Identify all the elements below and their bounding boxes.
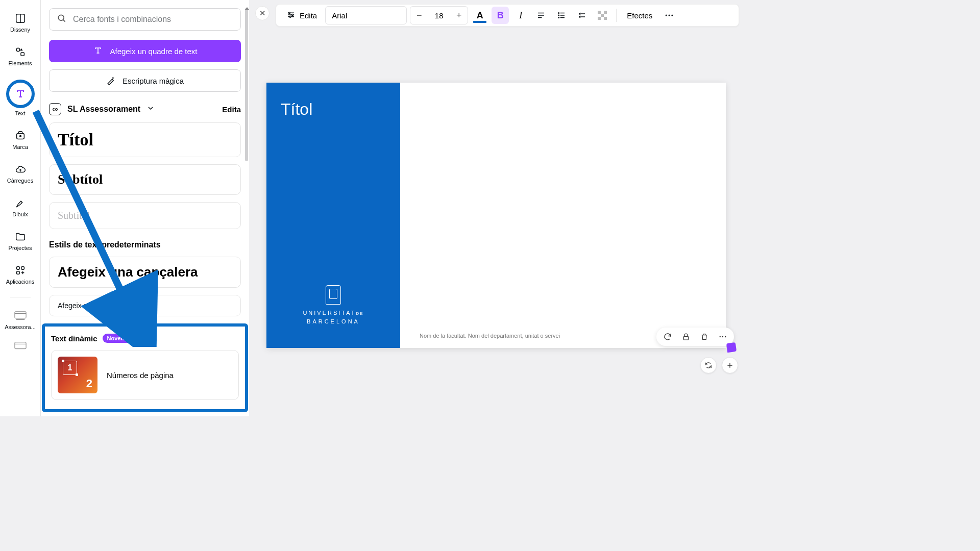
scrollbar-thumb[interactable] (245, 8, 248, 161)
magic-label: Escriptura màgica (122, 77, 184, 85)
spacing-button[interactable] (573, 7, 591, 24)
scroll-up-icon (244, 7, 249, 10)
university-logo-block: UNIVERSITATDE BARCELONA (281, 285, 386, 331)
effects-button[interactable]: Efectes (622, 7, 657, 24)
left-rail: Disseny Elements Text Marca Càrregues Di… (0, 0, 41, 416)
rail-label: Assessora... (5, 324, 36, 330)
text-icon (93, 45, 103, 57)
cloud-upload-icon (14, 163, 27, 176)
rail-uploads[interactable]: Càrregues (0, 160, 40, 187)
svg-point-28 (720, 336, 721, 337)
page-more-button[interactable] (717, 331, 729, 343)
brand-edit-link[interactable]: Edita (222, 105, 241, 114)
svg-rect-7 (16, 271, 19, 274)
font-search-input[interactable] (73, 15, 233, 24)
page-left-panel: Títol UNIVERSITATDE BARCELONA (266, 83, 400, 348)
rail-label: Dibuix (12, 211, 28, 217)
svg-point-13 (292, 14, 293, 15)
font-search[interactable] (49, 8, 241, 31)
header-preset-text: Afegeix una capçalera (58, 264, 232, 280)
thumb-num1: 1 (63, 361, 77, 375)
rail-assessora[interactable]: Assessora... (0, 307, 40, 333)
lock-button[interactable] (680, 331, 692, 343)
comment-icon[interactable] (726, 342, 737, 353)
brand-chip-icon: co (49, 103, 61, 115)
list-button[interactable] (553, 7, 570, 24)
style-subtitle-card[interactable]: Subtítol (49, 164, 241, 195)
add-text-label: Afegeix un quadre de text (110, 47, 198, 56)
text-icon (14, 88, 27, 100)
svg-point-30 (725, 336, 726, 337)
rail-projects[interactable]: Projectes (0, 228, 40, 254)
more-button[interactable] (660, 7, 678, 24)
size-decrease-button[interactable]: − (410, 7, 428, 24)
dynamic-text-title: Text dinàmic (51, 334, 97, 343)
university-name: UNIVERSITATDE BARCELONA (303, 309, 363, 325)
font-size-stepper: − 18 + (410, 6, 468, 24)
rail-extra[interactable] (0, 337, 40, 356)
design-page[interactable]: Títol UNIVERSITATDE BARCELONA Nom de la … (266, 83, 726, 348)
page-footer-text[interactable]: Nom de la facultat. Nom del departament,… (420, 333, 560, 339)
crest-icon (326, 285, 341, 305)
panel-scrollbar[interactable] (245, 8, 248, 233)
font-size-value[interactable]: 18 (428, 11, 450, 20)
rail-label: Disseny (10, 27, 30, 33)
italic-button[interactable]: I (512, 7, 529, 24)
new-badge: Novetats (103, 334, 135, 343)
rail-label: Marca (12, 144, 28, 150)
page-title-text[interactable]: Títol (281, 100, 386, 119)
brand-kit-name: SL Assessorament (67, 105, 140, 114)
delete-button[interactable] (698, 331, 710, 343)
svg-point-14 (289, 16, 291, 17)
rail-draw[interactable]: Dibuix (0, 194, 40, 220)
rail-text[interactable]: Text (0, 77, 40, 119)
body-preset-card[interactable]: Afegeix una mica de text al cos (49, 295, 241, 316)
svg-rect-23 (604, 17, 607, 20)
header-preset-card[interactable]: Afegeix una capçalera (49, 257, 241, 288)
folder-icon (14, 231, 27, 243)
align-button[interactable] (532, 7, 550, 24)
edit-button[interactable]: Edita (281, 7, 322, 24)
uni-line2: BARCELONA (307, 318, 360, 324)
svg-rect-9 (14, 342, 26, 349)
apps-icon (14, 264, 27, 277)
regenerate-button[interactable] (662, 331, 674, 343)
search-icon (57, 13, 67, 26)
canvas-stage[interactable]: Títol UNIVERSITATDE BARCELONA Nom de la … (249, 27, 743, 416)
magic-icon (106, 75, 116, 87)
rail-marca[interactable]: Marca (0, 127, 40, 153)
size-increase-button[interactable]: + (450, 7, 468, 24)
svg-rect-8 (14, 312, 26, 318)
style-title-card[interactable]: Títol (49, 122, 241, 157)
magic-write-button[interactable]: Escriptura màgica (49, 69, 241, 92)
style-subtitle2-card[interactable]: Subtítol (49, 202, 241, 229)
dynamic-text-highlight: Text dinàmic Novetats 1 2 Números de pàg… (42, 323, 248, 412)
close-panel-button[interactable]: ✕ (255, 6, 270, 20)
page-numbers-thumb: 1 2 (58, 357, 97, 393)
add-page-button[interactable] (722, 357, 738, 373)
brand-kit-select[interactable]: co SL Assessorament (49, 103, 155, 115)
svg-point-24 (666, 15, 667, 16)
rail-apps[interactable]: Aplicacions (0, 261, 40, 288)
rail-elements[interactable]: Elements (0, 43, 40, 69)
svg-point-1 (16, 48, 19, 51)
page-float-actions (656, 328, 734, 346)
font-family-select[interactable]: Arial (325, 6, 407, 24)
svg-rect-21 (601, 14, 604, 17)
svg-point-15 (558, 13, 559, 14)
page-numbers-card[interactable]: 1 2 Números de pàgina (51, 350, 239, 400)
svg-point-16 (558, 15, 559, 16)
style-subtitle-text: Subtítol (58, 172, 232, 187)
canvas-corner-controls (700, 357, 738, 373)
sync-button[interactable] (700, 357, 717, 373)
svg-rect-20 (604, 11, 607, 14)
canvas-area: ✕ Edita Arial − 18 + A B I Efectes Títol (249, 0, 743, 416)
edit-label: Edita (300, 11, 317, 20)
add-text-button[interactable]: Afegeix un quadre de text (49, 40, 241, 62)
style-title-text: Títol (58, 130, 232, 149)
assessor-icon (14, 310, 27, 322)
transparency-button[interactable] (594, 7, 611, 24)
rail-disseny[interactable]: Disseny (0, 9, 40, 36)
text-color-button[interactable]: A (471, 7, 488, 24)
bold-button[interactable]: B (492, 7, 509, 24)
